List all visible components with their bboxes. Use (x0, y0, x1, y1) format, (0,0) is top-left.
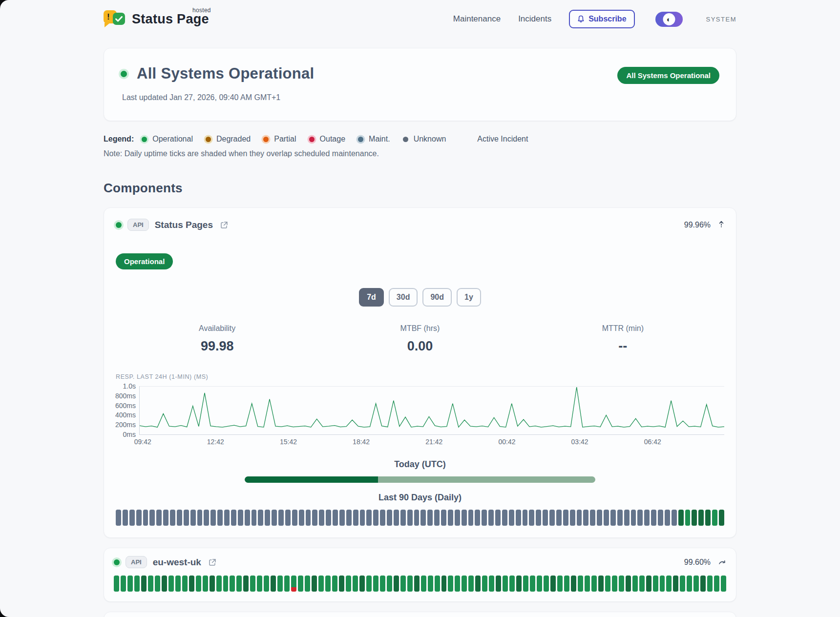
uptime-tick (353, 576, 358, 592)
chart-x-tick: 12:42 (207, 438, 224, 446)
uptime-tick (271, 576, 276, 592)
component-type-badge: API (127, 219, 149, 231)
uptime-tick (204, 510, 209, 526)
uptime-tick (660, 576, 665, 592)
nav-link-maintenance[interactable]: Maintenance (453, 14, 501, 24)
chart-x-tick: 03:42 (571, 438, 588, 446)
uptime-tick (605, 576, 610, 592)
chart-x-tick: 00:42 (498, 438, 515, 446)
uptime-tick (698, 510, 704, 526)
range-button-30d[interactable]: 30d (389, 288, 418, 307)
chart-y-tick: 0ms (110, 431, 136, 438)
uptime-tick (441, 510, 446, 526)
chart-plot-area: 1.0s800ms600ms400ms200ms0ms (139, 386, 724, 435)
expand-arrow-icon[interactable] (718, 559, 726, 565)
uptime-tick (366, 510, 372, 526)
uptime-tick (509, 510, 514, 526)
uptime-tick (394, 576, 399, 592)
legend-item-operational: Operational (142, 135, 193, 144)
range-button-90d[interactable]: 90d (422, 288, 452, 307)
uptime-tick (721, 576, 726, 592)
time-range-selector: 7d30d90d1y (116, 288, 724, 307)
page-title: All Systems Operational (137, 65, 315, 82)
logo[interactable]: ! Status Page hosted (104, 9, 209, 29)
uptime-tick (712, 510, 717, 526)
collapse-arrow-icon[interactable] (718, 221, 724, 229)
legend-item-label: Maint. (369, 135, 390, 144)
uptime-tick (245, 510, 250, 526)
uptime-tick (564, 576, 569, 592)
uptime-tick (495, 510, 501, 526)
uptime-tick (516, 576, 522, 592)
uptime-tick (278, 510, 284, 526)
nav-link-incidents[interactable]: Incidents (518, 14, 551, 24)
uptime-tick (441, 576, 447, 592)
uptime-tick (231, 510, 236, 526)
legend-dot (403, 137, 408, 142)
uptime-tick (651, 510, 656, 526)
legend-dot (142, 137, 147, 142)
stat-label: Availability (116, 324, 318, 333)
uptime-tick (475, 510, 480, 526)
uptime-tick (400, 510, 406, 526)
legend-item-label: Degraded (216, 135, 251, 144)
range-button-7d[interactable]: 7d (359, 288, 384, 307)
uptime-tick (236, 576, 242, 592)
legend-active-incident: Active Incident (477, 135, 528, 144)
stat-label: MTTR (min) (522, 324, 724, 333)
uptime-tick (637, 510, 643, 526)
theme-toggle[interactable]: ◐ (655, 12, 683, 27)
external-link-icon[interactable] (208, 558, 217, 567)
uptime-tick (305, 576, 310, 592)
uptime-tick (583, 510, 588, 526)
uptime-tick (468, 510, 474, 526)
uptime-tick (298, 576, 303, 592)
uptime-tick (250, 576, 255, 592)
chart-y-tick: 200ms (110, 421, 136, 429)
stat-value: 99.98 (116, 339, 318, 354)
uptime-tick (149, 510, 155, 526)
uptime-tick (339, 576, 344, 592)
uptime-tick-row (116, 510, 724, 526)
uptime-tick (577, 510, 582, 526)
uptime-tick (134, 576, 140, 592)
uptime-tick (217, 510, 223, 526)
overall-status-dot (121, 71, 127, 77)
chart-x-tick: 15:42 (280, 438, 297, 446)
uptime-tick (516, 510, 521, 526)
uptime-tick (155, 576, 160, 592)
uptime-tick (284, 576, 290, 592)
uptime-tick (292, 510, 297, 526)
external-link-icon[interactable] (220, 221, 229, 229)
uptime-tick (312, 576, 317, 592)
uptime-tick (168, 576, 174, 592)
uptime-tick (230, 576, 235, 592)
legend-item-label: Operational (152, 135, 193, 144)
uptime-tick (653, 576, 658, 592)
range-button-1y[interactable]: 1y (457, 288, 481, 307)
uptime-tick (624, 510, 630, 526)
legend-item-degraded: Degraded (206, 135, 251, 144)
uptime-tick (114, 576, 119, 592)
uptime-tick (700, 576, 706, 592)
uptime-tick (646, 576, 651, 592)
uptime-tick (420, 510, 426, 526)
uptime-tick (257, 576, 262, 592)
uptime-tick (578, 576, 583, 592)
uptime-tick (252, 510, 257, 526)
uptime-tick (434, 510, 440, 526)
component-card-status-pages: API Status Pages 99.96% Operational 7d30… (104, 207, 736, 538)
uptime-tick (216, 576, 222, 592)
uptime-tick (502, 510, 507, 526)
uptime-tick (189, 576, 194, 592)
uptime-tick (156, 510, 162, 526)
uptime-tick (639, 576, 645, 592)
uptime-tick (705, 510, 711, 526)
subscribe-button[interactable]: Subscribe (569, 10, 634, 28)
uptime-tick (407, 510, 413, 526)
uptime-tick (136, 510, 142, 526)
logo-speech-bubble-icon: ! (104, 9, 127, 29)
uptime-tick (597, 510, 602, 526)
uptime-tick (448, 510, 453, 526)
uptime-tick (685, 510, 691, 526)
